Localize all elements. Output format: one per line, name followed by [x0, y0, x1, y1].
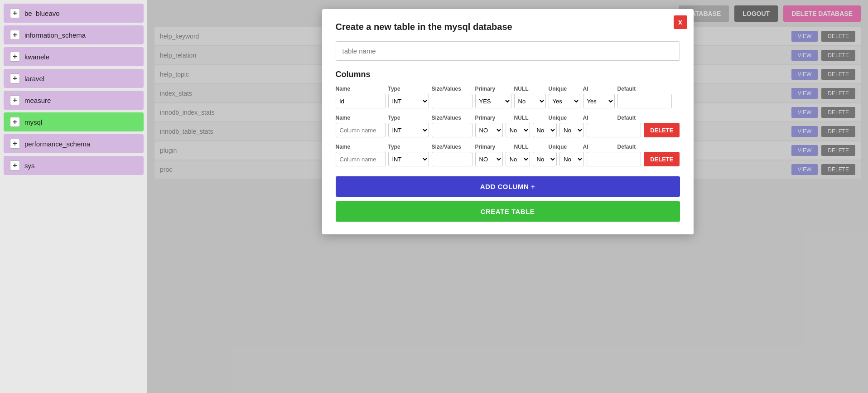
column-unique-select[interactable]: YesNo: [549, 94, 580, 108]
column-header-label: Name: [336, 144, 386, 150]
column-size-input[interactable]: [432, 152, 473, 166]
column-header-label: AI: [583, 86, 615, 92]
sidebar-item-label: information_schema: [24, 31, 86, 39]
column-header-label: NULL: [514, 115, 546, 121]
column-header-label: Unique: [549, 86, 580, 92]
column-type-select[interactable]: INTVARCHARTEXTDATEFLOATBOOLEAN: [388, 123, 429, 137]
sidebar-item-label: kwanele: [24, 53, 49, 61]
column-default-input[interactable]: [587, 123, 641, 137]
columns-title: Columns: [336, 70, 680, 79]
plus-icon[interactable]: +: [10, 8, 20, 18]
column-name-input[interactable]: [336, 123, 386, 137]
table-name-input[interactable]: [336, 41, 680, 61]
sidebar-item-label: performance_schema: [24, 140, 90, 148]
column-header-label: Default: [617, 115, 672, 121]
sidebar-item-label: laravel: [24, 75, 44, 82]
column-ai-select[interactable]: NoYes: [559, 123, 584, 137]
plus-icon[interactable]: +: [10, 117, 20, 127]
create-table-modal: Create a new table in the mysql database…: [322, 9, 694, 234]
column-header-label: Primary: [475, 144, 511, 150]
column-header-label: AI: [583, 115, 615, 121]
column-header-label: NULL: [514, 86, 546, 92]
sidebar-item-label: measure: [24, 97, 51, 104]
column-header-label: Size/Values: [432, 86, 473, 92]
column-delete-button[interactable]: DELETE: [644, 152, 680, 166]
column-header-label: Type: [388, 86, 429, 92]
sidebar-item-kwanele[interactable]: +kwanele: [4, 47, 144, 66]
modal-title: Create a new table in the mysql database: [336, 22, 680, 32]
plus-icon[interactable]: +: [10, 95, 20, 105]
column-null-select[interactable]: NoYes: [514, 94, 546, 108]
column-row-0: NameTypeSize/ValuesPrimaryNULLUniqueAIDe…: [336, 86, 680, 108]
column-type-select[interactable]: INTVARCHARTEXTDATEFLOATBOOLEAN: [388, 94, 429, 108]
column-delete-button[interactable]: DELETE: [644, 123, 680, 137]
plus-icon[interactable]: +: [10, 139, 20, 149]
sidebar: +be_blueavo+information_schema+kwanele+l…: [0, 0, 147, 393]
column-ai-select[interactable]: NoYes: [559, 152, 584, 166]
column-null-select[interactable]: NoYes: [506, 123, 530, 137]
column-header-label: AI: [583, 144, 615, 150]
column-header-label: Unique: [549, 115, 580, 121]
main-content: DATABASE LOGOUT DELETE DATABASE help_key…: [147, 0, 868, 393]
column-name-input[interactable]: [336, 152, 386, 166]
column-null-select[interactable]: NoYes: [506, 152, 530, 166]
plus-icon[interactable]: +: [10, 160, 20, 170]
column-type-select[interactable]: INTVARCHARTEXTDATEFLOATBOOLEAN: [388, 152, 429, 166]
column-unique-select[interactable]: NoYes: [533, 123, 557, 137]
column-header-label: Primary: [475, 86, 511, 92]
sidebar-item-performance_schema[interactable]: +performance_schema: [4, 134, 144, 153]
sidebar-item-label: mysql: [24, 118, 42, 126]
column-header-label: Name: [336, 86, 386, 92]
add-column-button[interactable]: ADD COLUMN +: [336, 176, 680, 197]
plus-icon[interactable]: +: [10, 30, 20, 40]
column-header-label: Size/Values: [432, 115, 473, 121]
column-default-input[interactable]: [587, 152, 641, 166]
sidebar-item-laravel[interactable]: +laravel: [4, 69, 144, 88]
column-header-label: Unique: [549, 144, 580, 150]
column-row-2: NameTypeSize/ValuesPrimaryNULLUniqueAIDe…: [336, 144, 680, 166]
column-header-label: Primary: [475, 115, 511, 121]
column-name-input[interactable]: [336, 94, 386, 108]
sidebar-item-label: be_blueavo: [24, 10, 60, 17]
sidebar-item-be_blueavo[interactable]: +be_blueavo: [4, 4, 144, 23]
sidebar-item-information_schema[interactable]: +information_schema: [4, 25, 144, 44]
sidebar-item-mysql[interactable]: +mysql: [4, 112, 144, 131]
column-header-label: Default: [617, 144, 672, 150]
column-unique-select[interactable]: NoYes: [533, 152, 557, 166]
column-ai-select[interactable]: YesNo: [583, 94, 615, 108]
sidebar-item-label: sys: [24, 162, 35, 170]
sidebar-item-sys[interactable]: +sys: [4, 156, 144, 175]
column-primary-select[interactable]: YESNO: [475, 94, 511, 108]
sidebar-item-measure[interactable]: +measure: [4, 91, 144, 110]
column-row-1: NameTypeSize/ValuesPrimaryNULLUniqueAIDe…: [336, 115, 680, 137]
columns-container: NameTypeSize/ValuesPrimaryNULLUniqueAIDe…: [336, 86, 680, 166]
plus-icon[interactable]: +: [10, 73, 20, 83]
modal-close-button[interactable]: x: [674, 15, 687, 29]
column-header-label: Type: [388, 144, 429, 150]
column-header-label: Default: [617, 86, 672, 92]
column-header-label: Type: [388, 115, 429, 121]
modal-overlay: Create a new table in the mysql database…: [147, 0, 868, 393]
create-table-button[interactable]: CREATE TABLE: [336, 201, 680, 222]
column-size-input[interactable]: [432, 94, 473, 108]
column-header-label: Name: [336, 115, 386, 121]
plus-icon[interactable]: +: [10, 52, 20, 62]
column-default-input[interactable]: [617, 94, 672, 108]
column-size-input[interactable]: [432, 123, 473, 137]
column-header-label: Size/Values: [432, 144, 473, 150]
column-primary-select[interactable]: NOYES: [475, 152, 503, 166]
column-primary-select[interactable]: NOYES: [475, 123, 503, 137]
column-header-label: NULL: [514, 144, 546, 150]
